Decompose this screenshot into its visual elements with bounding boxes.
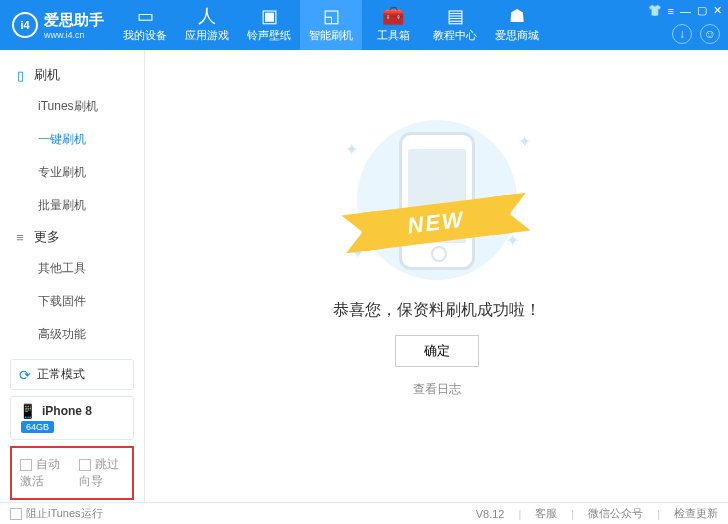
main-tabs: ▭我的设备 人应用游戏 ▣铃声壁纸 ◱智能刷机 🧰工具箱 ▤教程中心 ☗爱思商城: [114, 0, 548, 50]
sparkle-icon: ✦: [518, 132, 531, 151]
logo-badge-icon: i4: [12, 12, 38, 38]
sidebar-item-advanced[interactable]: 高级功能: [0, 318, 144, 351]
phone-icon: ▭: [137, 7, 154, 25]
tab-smart-flash[interactable]: ◱智能刷机: [300, 0, 362, 50]
mode-card[interactable]: ⟳正常模式: [10, 359, 134, 390]
version-label: V8.12: [476, 508, 505, 520]
auto-activate-checkbox[interactable]: 自动激活: [20, 456, 65, 490]
support-link[interactable]: 客服: [535, 506, 557, 521]
sidebar-cat-flash: ▯刷机: [0, 60, 144, 90]
sidebar-item-oneclick-flash[interactable]: 一键刷机: [0, 123, 144, 156]
user-button[interactable]: ☺: [700, 24, 720, 44]
sidebar-cat-more: ≡更多: [0, 222, 144, 252]
success-illustration: ✦ ✦ ✦ ✦ NEW: [337, 120, 537, 280]
sidebar-item-batch-flash[interactable]: 批量刷机: [0, 189, 144, 222]
window-controls: 👕 ≡ — ▢ ✕: [648, 4, 722, 17]
success-message: 恭喜您，保资料刷机成功啦！: [333, 300, 541, 321]
ok-button[interactable]: 确定: [395, 335, 479, 367]
store-icon: ☗: [509, 7, 525, 25]
options-highlight-box: 自动激活 跳过向导: [10, 446, 134, 500]
more-icon: ≡: [12, 230, 28, 245]
device-icon: ▯: [12, 68, 28, 83]
sidebar: ▯刷机 iTunes刷机 一键刷机 专业刷机 批量刷机 ≡更多 其他工具 下载固…: [0, 50, 145, 502]
app-logo: i4 爱思助手 www.i4.cn: [0, 11, 114, 40]
apps-icon: 人: [198, 7, 216, 25]
toolbox-icon: 🧰: [382, 7, 404, 25]
minimize-icon[interactable]: —: [680, 5, 691, 17]
tab-apps-games[interactable]: 人应用游戏: [176, 0, 238, 50]
skip-guide-checkbox[interactable]: 跳过向导: [79, 456, 124, 490]
book-icon: ▤: [447, 7, 464, 25]
tab-store[interactable]: ☗爱思商城: [486, 0, 548, 50]
tab-toolbox[interactable]: 🧰工具箱: [362, 0, 424, 50]
shirt-icon[interactable]: 👕: [648, 4, 662, 17]
note-icon: ▣: [261, 7, 278, 25]
sparkle-icon: ✦: [345, 140, 358, 159]
sync-icon: ⟳: [19, 367, 31, 383]
sidebar-item-itunes-flash[interactable]: iTunes刷机: [0, 90, 144, 123]
brand-url: www.i4.cn: [44, 30, 104, 40]
wechat-link[interactable]: 微信公众号: [588, 506, 643, 521]
brand-title: 爱思助手: [44, 11, 104, 30]
close-icon[interactable]: ✕: [713, 4, 722, 17]
menu-icon[interactable]: ≡: [668, 5, 674, 17]
maximize-icon[interactable]: ▢: [697, 4, 707, 17]
phone-small-icon: 📱: [19, 403, 36, 419]
main-content: ✦ ✦ ✦ ✦ NEW 恭喜您，保资料刷机成功啦！ 确定 查看日志: [145, 50, 728, 502]
device-card[interactable]: 📱iPhone 8 64GB: [10, 396, 134, 440]
sparkle-icon: ✦: [506, 231, 519, 250]
view-log-link[interactable]: 查看日志: [413, 381, 461, 398]
sidebar-item-other-tools[interactable]: 其他工具: [0, 252, 144, 285]
sidebar-item-pro-flash[interactable]: 专业刷机: [0, 156, 144, 189]
tab-my-device[interactable]: ▭我的设备: [114, 0, 176, 50]
block-itunes-checkbox[interactable]: 阻止iTunes运行: [10, 506, 103, 521]
check-update-link[interactable]: 检查更新: [674, 506, 718, 521]
tab-tutorials[interactable]: ▤教程中心: [424, 0, 486, 50]
device-name: iPhone 8: [42, 404, 92, 418]
app-header: i4 爱思助手 www.i4.cn ▭我的设备 人应用游戏 ▣铃声壁纸 ◱智能刷…: [0, 0, 728, 50]
mode-label: 正常模式: [37, 366, 85, 383]
refresh-icon: ◱: [323, 7, 340, 25]
sidebar-item-download-fw[interactable]: 下载固件: [0, 285, 144, 318]
download-button[interactable]: ↓: [672, 24, 692, 44]
tab-ringtones[interactable]: ▣铃声壁纸: [238, 0, 300, 50]
storage-badge: 64GB: [21, 421, 54, 433]
